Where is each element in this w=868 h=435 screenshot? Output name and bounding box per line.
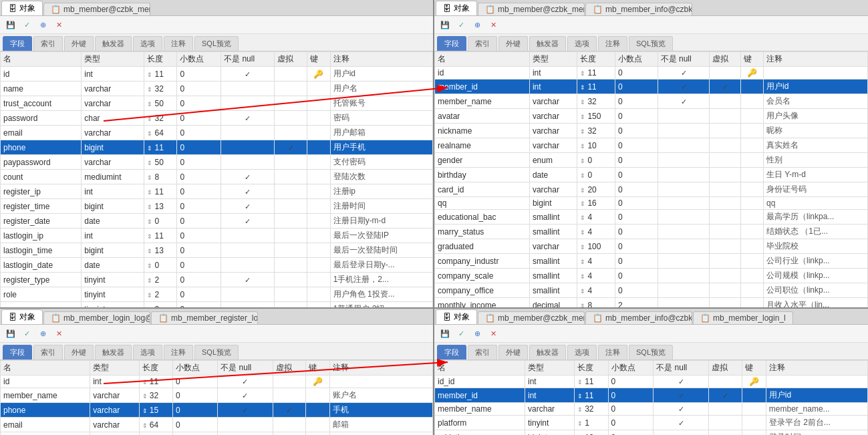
tab-options-br[interactable]: 选项 [567, 345, 597, 359]
field-notnull[interactable] [221, 258, 275, 273]
field-virtual[interactable] [710, 254, 741, 269]
col-type-tr[interactable]: 类型 [529, 52, 577, 67]
tab-fk-tr[interactable]: 外键 [498, 36, 528, 51]
tab-triggers-br[interactable]: 触发器 [529, 345, 566, 359]
field-virtual[interactable] [275, 273, 307, 287]
col-notnull-tr[interactable]: 不是 null [658, 52, 710, 67]
add-btn-br[interactable]: ⊕ [470, 327, 484, 340]
field-virtual[interactable] [709, 403, 742, 416]
tab-fields-tr[interactable]: 字段 [437, 36, 466, 51]
table-row[interactable]: register_datedate⇕ 00✓注册日期y-m-d [1, 214, 433, 229]
field-virtual[interactable] [275, 258, 307, 273]
field-notnull[interactable] [221, 302, 275, 308]
table-row[interactable]: register_ipint⇕ 110✓注册ip [1, 184, 433, 199]
save-btn-tr[interactable]: 💾 [438, 18, 452, 31]
field-notnull[interactable]: ✓ [654, 376, 709, 388]
field-virtual[interactable] [275, 82, 307, 96]
tab-comments-tl[interactable]: 注释 [164, 36, 193, 51]
field-virtual[interactable] [275, 184, 307, 199]
field-notnull[interactable] [658, 197, 710, 210]
field-virtual[interactable] [275, 229, 307, 243]
delete-btn-tr[interactable]: ✕ [486, 18, 500, 31]
field-virtual[interactable] [710, 124, 741, 138]
col-comment-tr[interactable]: 注释 [763, 52, 867, 67]
delete-btn-br[interactable]: ✕ [486, 327, 500, 340]
field-virtual[interactable] [275, 170, 307, 184]
field-notnull[interactable] [658, 283, 710, 298]
tab-fields-br[interactable]: 字段 [437, 345, 466, 359]
tab-member-br[interactable]: 📋 mb_member@czbk_mem... [478, 311, 585, 324]
table-row[interactable]: company_industrsmallint⇕ 40公司行业（linkp... [435, 254, 868, 269]
field-virtual[interactable] [275, 243, 307, 258]
field-notnull[interactable] [221, 82, 275, 96]
col-virtual-bl[interactable]: 虚拟 [273, 361, 305, 376]
field-virtual[interactable] [275, 111, 307, 126]
field-virtual[interactable] [709, 376, 742, 388]
table-container-tr[interactable]: 名 类型 长度 小数点 不是 null 虚拟 键 注释 idint⇕ 110✓🔑… [434, 51, 868, 307]
field-virtual[interactable] [710, 197, 741, 210]
save-btn-bl[interactable]: 💾 [4, 327, 17, 340]
field-notnull[interactable] [658, 138, 710, 153]
field-notnull[interactable]: ✓ [218, 388, 273, 403]
col-type-tl[interactable]: 类型 [82, 52, 144, 67]
field-virtual[interactable] [710, 182, 741, 197]
tab-object-bl[interactable]: 🗄 对象 [1, 309, 43, 324]
tab-triggers-tr[interactable]: 触发器 [529, 36, 566, 51]
col-key-tl[interactable]: 键 [307, 52, 330, 67]
delete-btn-bl[interactable]: ✕ [52, 327, 65, 340]
col-decimal-bl[interactable]: 小数点 [172, 361, 217, 376]
table-row[interactable]: register_timebigint⇕ 130✓注册时间 [1, 199, 433, 214]
field-notnull[interactable] [221, 96, 275, 111]
col-virtual-tl[interactable]: 虚拟 [275, 52, 307, 67]
field-notnull[interactable]: ✓ [218, 376, 273, 388]
field-notnull[interactable] [658, 124, 710, 138]
col-notnull-bl[interactable]: 不是 null [218, 361, 273, 376]
table-row[interactable]: qqbigint⇕ 160qq [435, 197, 868, 210]
field-virtual[interactable] [275, 67, 307, 82]
tab-options-tl[interactable]: 选项 [133, 36, 162, 51]
tab-login-log-bl[interactable]: 📋 mb_member_login_log@... [43, 311, 150, 324]
field-virtual[interactable] [710, 168, 741, 182]
tab-triggers-tl[interactable]: 触发器 [95, 36, 132, 51]
field-virtual[interactable] [710, 239, 741, 254]
field-notnull[interactable]: ✓ [218, 403, 273, 418]
tab-object-br[interactable]: 🗄 对象 [436, 309, 477, 324]
field-notnull[interactable]: ✓ [658, 80, 710, 94]
field-notnull[interactable] [658, 254, 710, 269]
table-row[interactable]: marry_statussmallint⇕ 40结婚状态 （1已... [435, 225, 868, 239]
table-row[interactable]: birthdaydate⇕ 00生日 Y-m-d [435, 168, 868, 182]
table-row[interactable]: lastlogin_ipint⇕ 110最后一次登陆IP [1, 229, 433, 243]
field-virtual[interactable] [710, 109, 741, 124]
field-notnull[interactable] [658, 168, 710, 182]
col-name-tr[interactable]: 名 [435, 52, 530, 67]
table-row[interactable]: phonebigint⇕ 110✓用户手机 [1, 140, 433, 155]
col-type-br[interactable]: 类型 [525, 361, 575, 376]
table-row[interactable]: add_timebigint⇕ 130✓登录时间 [435, 430, 868, 436]
field-virtual[interactable] [275, 155, 307, 170]
check-btn-tr[interactable]: ✓ [454, 18, 468, 31]
table-row[interactable]: company_scalesmallint⇕ 40公司规模（linkp... [435, 269, 868, 283]
field-notnull[interactable]: ✓ [221, 111, 275, 126]
col-decimal-br[interactable]: 小数点 [608, 361, 654, 376]
field-notnull[interactable]: ✓ [658, 94, 710, 109]
field-virtual[interactable] [709, 430, 742, 436]
field-notnull[interactable] [658, 153, 710, 168]
field-virtual[interactable] [709, 416, 742, 430]
table-row[interactable]: platformtinyint⇕ 10✓登录平台 2前台... [435, 416, 868, 430]
col-decimal-tr[interactable]: 小数点 [615, 52, 658, 67]
field-virtual[interactable] [275, 302, 307, 308]
field-virtual[interactable] [710, 269, 741, 283]
add-btn-bl[interactable]: ⊕ [36, 327, 49, 340]
field-virtual[interactable] [710, 210, 741, 225]
tab-sql-br[interactable]: SQL预览 [629, 345, 673, 359]
field-notnull[interactable]: ✓ [654, 403, 709, 416]
field-virtual[interactable]: ✓ [273, 403, 305, 418]
table-row[interactable]: member_idint⇕ 110✓✓用户id [435, 80, 868, 94]
field-virtual[interactable]: ✓ [275, 140, 307, 155]
field-notnull[interactable] [658, 210, 710, 225]
table-row[interactable]: id_idint⇕ 110✓🔑 [435, 376, 868, 388]
check-btn-br[interactable]: ✓ [454, 327, 468, 340]
table-container-tl[interactable]: 名 类型 长度 小数点 不是 null 虚拟 键 注释 idint⇕ 110✓🔑… [0, 51, 433, 307]
table-row[interactable]: emailvarchar⇕ 640邮箱 [1, 418, 433, 432]
field-virtual[interactable] [275, 199, 307, 214]
